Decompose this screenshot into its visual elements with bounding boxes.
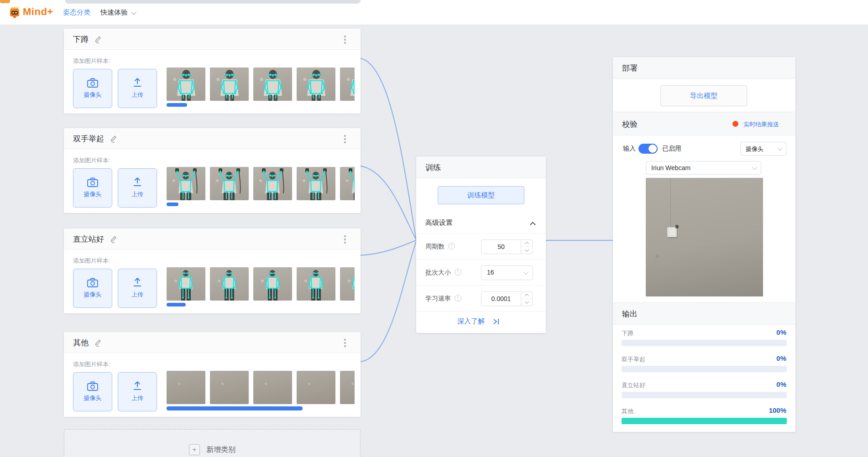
sample-thumbnail[interactable] bbox=[297, 68, 335, 101]
input-enabled-toggle[interactable] bbox=[638, 144, 658, 154]
input-label: 输入 bbox=[623, 145, 636, 153]
browser-tab-fragment bbox=[0, 0, 10, 3]
class-card-header: 其他 bbox=[64, 332, 361, 353]
sample-thumbnail[interactable] bbox=[297, 267, 335, 301]
output-row: 直立站好 0% bbox=[613, 381, 795, 404]
sample-thumbnail[interactable] bbox=[210, 371, 249, 404]
param-number-input[interactable]: 50 bbox=[481, 239, 521, 254]
wall-mark bbox=[656, 254, 659, 258]
quick-experience-menu[interactable]: 快速体验 bbox=[100, 8, 135, 17]
plus-icon: + bbox=[189, 444, 200, 455]
camera-icon bbox=[87, 78, 99, 88]
class-title: 双手举起 bbox=[73, 134, 104, 144]
param-label: 学习速率 bbox=[425, 295, 451, 303]
param-number-input[interactable]: 0.0001 bbox=[481, 291, 521, 306]
chevron-down-icon bbox=[752, 165, 757, 170]
param-select[interactable]: 16 bbox=[481, 265, 533, 280]
toggle-knob bbox=[648, 145, 657, 153]
class-title: 直立站好 bbox=[73, 234, 104, 244]
learn-more-link[interactable]: 深入了解 bbox=[457, 317, 485, 326]
class-card-header: 直立站好 bbox=[64, 228, 361, 249]
sample-thumbnail[interactable] bbox=[340, 267, 355, 301]
camera-capture-button[interactable]: 摄像头 bbox=[73, 372, 112, 411]
sample-thumbnail[interactable] bbox=[253, 167, 292, 200]
output-row: 双手举起 0% bbox=[613, 355, 795, 378]
thumbnail-scrollbar[interactable] bbox=[167, 303, 186, 306]
sample-thumbnail[interactable] bbox=[340, 68, 355, 101]
sample-thumbnail[interactable] bbox=[253, 371, 292, 404]
sample-thumbnail[interactable] bbox=[297, 167, 335, 200]
class-title: 其他 bbox=[73, 338, 89, 348]
kebab-menu-icon[interactable] bbox=[341, 234, 349, 244]
validate-header: 校验 实时结果推送 bbox=[613, 112, 795, 135]
camera-capture-button[interactable]: 摄像头 bbox=[73, 269, 112, 308]
upload-icon bbox=[132, 381, 143, 391]
advanced-settings-toggle[interactable]: 高级设置 bbox=[416, 214, 546, 234]
thumbnail-scrollbar[interactable] bbox=[167, 406, 303, 410]
param-stepper[interactable] bbox=[521, 291, 533, 306]
sample-thumbnail[interactable] bbox=[210, 267, 249, 301]
stepper-up-icon[interactable] bbox=[521, 240, 533, 247]
sample-thumbnail[interactable] bbox=[297, 371, 335, 404]
edit-icon[interactable] bbox=[110, 235, 117, 243]
train-model-button[interactable]: 训练模型 bbox=[438, 186, 524, 204]
sample-thumbnail[interactable] bbox=[340, 167, 355, 200]
sample-thumbnail[interactable] bbox=[210, 68, 249, 101]
upload-icon bbox=[132, 278, 143, 288]
export-model-button[interactable]: 导出模型 bbox=[660, 85, 747, 106]
webcam-device-select[interactable]: Iriun Webcam bbox=[646, 161, 761, 175]
edit-icon[interactable] bbox=[94, 338, 102, 347]
upload-button[interactable]: 上传 bbox=[118, 269, 157, 308]
info-icon[interactable]: ! bbox=[455, 269, 461, 275]
validate-title: 校验 bbox=[622, 119, 638, 130]
sample-thumbnail[interactable] bbox=[253, 267, 292, 301]
class-card: 直立站好 添加图片样本: 摄像头 上传 bbox=[64, 228, 361, 313]
class-card: 双手举起 添加图片样本: 摄像头 上传 bbox=[64, 128, 361, 213]
advanced-settings-label: 高级设置 bbox=[425, 218, 453, 227]
sample-thumbnail[interactable] bbox=[167, 371, 205, 404]
upload-button[interactable]: 上传 bbox=[118, 168, 157, 208]
edit-icon[interactable] bbox=[110, 135, 117, 143]
param-stepper[interactable] bbox=[521, 239, 533, 254]
upload-button[interactable]: 上传 bbox=[118, 372, 157, 411]
live-results-link[interactable]: 实时结果推送 bbox=[743, 120, 779, 129]
sample-thumbnail[interactable] bbox=[210, 167, 249, 200]
stepper-down-icon[interactable] bbox=[521, 299, 533, 306]
kebab-menu-icon[interactable] bbox=[341, 35, 349, 45]
project-name-link[interactable]: 姿态分类 bbox=[63, 8, 90, 17]
output-class-label: 其他 bbox=[622, 407, 633, 415]
camera-capture-button[interactable]: 摄像头 bbox=[73, 69, 112, 108]
stepper-up-icon[interactable] bbox=[521, 292, 533, 299]
thumbnail-scrollbar[interactable] bbox=[167, 203, 178, 206]
param-select-value: 16 bbox=[487, 269, 494, 276]
camera-button-label: 摄像头 bbox=[84, 394, 102, 402]
param-row: 学习速率 ! 0.0001 bbox=[416, 286, 546, 312]
add-samples-label: 添加图片样本: bbox=[73, 360, 110, 369]
thumbnail-scrollbar[interactable] bbox=[167, 103, 187, 107]
kebab-menu-icon[interactable] bbox=[341, 338, 349, 348]
output-percent: 0% bbox=[776, 328, 786, 336]
edit-icon[interactable] bbox=[94, 35, 102, 43]
add-category-button[interactable]: + 新增类别 bbox=[64, 429, 361, 457]
sample-thumbnail[interactable] bbox=[167, 68, 205, 101]
kebab-menu-icon[interactable] bbox=[341, 134, 349, 144]
sample-thumbnail-strip bbox=[167, 68, 355, 102]
upload-button-label: 上传 bbox=[131, 291, 143, 299]
input-source-select[interactable]: 摄像头 bbox=[740, 142, 786, 156]
sample-thumbnail[interactable] bbox=[253, 68, 292, 101]
stepper-down-icon[interactable] bbox=[521, 247, 533, 254]
upload-button-label: 上传 bbox=[131, 91, 143, 99]
live-status-dot bbox=[732, 121, 738, 127]
info-icon[interactable]: ! bbox=[455, 295, 461, 301]
sample-thumbnail[interactable] bbox=[340, 371, 355, 404]
sample-thumbnail[interactable] bbox=[167, 267, 205, 301]
info-icon[interactable]: ! bbox=[448, 243, 455, 249]
camera-capture-button[interactable]: 摄像头 bbox=[73, 168, 112, 208]
topbar: Mind+ 姿态分类 快速体验 bbox=[0, 0, 868, 25]
sample-thumbnail[interactable] bbox=[167, 167, 205, 200]
class-title: 下蹲 bbox=[73, 34, 89, 45]
add-samples-label: 添加图片样本: bbox=[73, 156, 110, 165]
upload-button[interactable]: 上传 bbox=[118, 69, 157, 108]
input-source-value: 摄像头 bbox=[746, 145, 763, 153]
output-title: 输出 bbox=[622, 309, 638, 319]
